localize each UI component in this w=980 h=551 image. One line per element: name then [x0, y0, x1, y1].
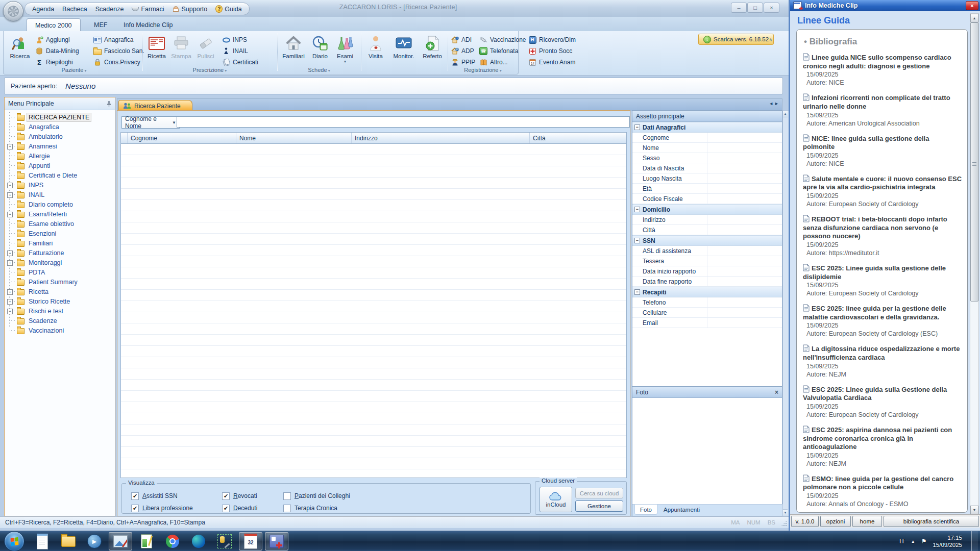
inail-button[interactable]: INAIL [222, 46, 258, 56]
column-header-nome[interactable]: Nome [236, 133, 352, 143]
expand-icon[interactable]: + [7, 309, 13, 314]
tab-foto[interactable]: Foto [634, 505, 657, 515]
assetto-row[interactable]: − Dati Anagrafici [632, 122, 782, 133]
taskbar-medico-clip-app[interactable] [265, 532, 288, 550]
version-button[interactable]: v. 1.0.0 [791, 516, 819, 527]
maximize-button[interactable]: □ [747, 3, 763, 13]
assetto-row[interactable]: − Data inizio rapporto [632, 266, 782, 277]
menu-bacheca[interactable]: Bacheca [62, 6, 87, 13]
tree-item[interactable]: + Esami/Referti [17, 209, 115, 219]
field-value-empty[interactable] [707, 297, 782, 307]
tree-item[interactable]: + Vaccinazioni [17, 325, 115, 335]
pin-icon[interactable] [107, 101, 111, 107]
bibliography-entry[interactable]: ESC 2025: aspirina dannosa nei pazienti … [803, 425, 962, 468]
menu-scadenze[interactable]: Scadenze [95, 6, 124, 13]
expand-icon[interactable]: + [7, 251, 13, 256]
scroll-up-icon[interactable]: ▲ [783, 111, 788, 117]
field-value-empty[interactable] [707, 318, 782, 328]
minimize-button[interactable]: – [731, 3, 747, 13]
assetto-row[interactable]: − Tessera [632, 256, 782, 266]
tab-info-mediche-clip[interactable]: Info Mediche Clip [115, 18, 181, 31]
expand-icon[interactable]: + [7, 260, 13, 266]
bibliography-entry[interactable]: REBOOT trial: i beta-bloccanti dopo infa… [803, 215, 962, 257]
assetto-row[interactable]: − Cognome [632, 133, 782, 143]
menu-supporto[interactable]: Supporto [173, 6, 208, 13]
patient-search-input[interactable] [177, 116, 630, 128]
assetto-row[interactable]: − Età [632, 184, 782, 194]
search-filter-dropdown[interactable]: Cognome e Nome▼ [121, 116, 180, 129]
telefonata-button[interactable]: ☎ Telefonata [479, 46, 526, 56]
tree-item[interactable]: + PDTA [17, 267, 115, 277]
visualizza-checkbox[interactable]: Revocati [222, 490, 269, 502]
collapse-ribbon-button[interactable]: ∧ [766, 35, 776, 44]
tree-item[interactable]: + Ricetta [17, 287, 115, 296]
tray-clock[interactable]: 17:1515/09/2025 [933, 534, 962, 549]
field-value-empty[interactable] [707, 266, 782, 276]
action-center-flag-icon[interactable]: ⚑ [921, 538, 927, 545]
ricetta-button[interactable]: Ricetta [145, 33, 168, 66]
tree-item[interactable]: + Esenzioni [17, 229, 115, 238]
assetto-row[interactable]: − Data fine rapporto [632, 277, 782, 287]
bibliography-entry[interactable]: Infezioni ricorrenti non complicate del … [803, 93, 962, 127]
fascicolo-button[interactable]: Fascicolo San. [93, 46, 144, 56]
field-value-empty[interactable] [707, 215, 782, 224]
column-header-citta[interactable]: Città [530, 133, 626, 143]
field-value-empty[interactable] [707, 246, 782, 256]
clip-scrollbar[interactable]: ▲ ▼ [970, 13, 979, 515]
column-header-cognome[interactable]: Cognome [128, 133, 236, 143]
pronto-soccorso-button[interactable]: Pronto Socc [528, 46, 576, 56]
close-foto-icon[interactable]: × [775, 389, 778, 396]
home-button[interactable]: home [852, 516, 882, 527]
tree-item[interactable]: + INPS [17, 180, 115, 190]
collapse-section-icon[interactable]: − [634, 289, 640, 295]
adi-button[interactable]: i ADI [451, 35, 475, 45]
field-value-empty[interactable] [707, 173, 782, 183]
assetto-row[interactable]: − Codice Fiscale [632, 194, 782, 204]
riepiloghi-button[interactable]: Σ Riepiloghi [35, 57, 79, 67]
field-value-empty[interactable] [707, 184, 782, 193]
scroll-down-icon[interactable]: ▼ [783, 509, 788, 516]
start-button[interactable] [4, 531, 24, 551]
taskbar-admin-tools[interactable] [213, 532, 236, 550]
cerca-su-cloud-button[interactable]: Cerca su cloud [575, 488, 623, 498]
bibliography-entry[interactable]: ESC 2025: linee guida per la gestione de… [803, 304, 962, 338]
field-value-empty[interactable] [707, 256, 782, 266]
tree-item[interactable]: + Rischi e test [17, 306, 115, 316]
vaccinazione-button[interactable]: Vaccinazione [479, 35, 526, 45]
app-logo-button[interactable] [3, 1, 23, 21]
assetto-row[interactable]: − Indirizzo [632, 215, 782, 225]
tree-item[interactable]: + Monitoraggi [17, 258, 115, 267]
tree-item[interactable]: + Ambulatorio [17, 132, 115, 141]
expand-icon[interactable]: + [7, 144, 13, 149]
collapse-section-icon[interactable]: − [634, 238, 640, 243]
field-value-empty[interactable] [707, 133, 782, 142]
adp-button[interactable]: P ADP [451, 46, 475, 56]
diario-button[interactable]: Diario [309, 33, 331, 66]
tree-item[interactable]: + Familiari [17, 238, 115, 248]
taskbar-chrome[interactable] [161, 532, 184, 550]
tree-item[interactable]: + Diario completo [17, 199, 115, 209]
tree-item[interactable]: + Allergie [17, 151, 115, 161]
field-value-empty[interactable] [707, 143, 782, 153]
assetto-row[interactable]: − Telefono [632, 297, 782, 308]
data-mining-button[interactable]: Data-Mining [35, 46, 79, 56]
collapse-section-icon[interactable]: − [634, 124, 640, 130]
tab-medico-2000[interactable]: Medico 2000 [27, 18, 81, 32]
bibliography-entry[interactable]: Linee guida NICE sullo scompenso cardiac… [803, 53, 962, 87]
assetto-row[interactable]: − Data di Nascita [632, 163, 782, 173]
altro-button[interactable]: Altro... [479, 57, 526, 67]
visualizza-checkbox[interactable]: Pazienti dei Colleghi [283, 490, 350, 502]
scroll-up-icon[interactable]: ▲ [970, 14, 978, 22]
expand-icon[interactable]: + [7, 192, 13, 198]
taskbar-notepad[interactable] [31, 532, 54, 550]
bibliography-entry[interactable]: ESC 2025: Linee guida sulla gestione del… [803, 264, 962, 297]
assetto-row[interactable]: − Cellulare [632, 308, 782, 318]
tree-item[interactable]: + Anamnesi [17, 141, 115, 151]
visita-button[interactable]: Visita [364, 33, 387, 66]
field-value-empty[interactable] [707, 163, 782, 173]
esami-button[interactable]: Esami ▾ [333, 33, 357, 66]
assetto-row[interactable]: − SSN [632, 235, 782, 246]
ppip-button[interactable]: PPIP [451, 57, 475, 67]
tray-expand-icon[interactable]: ▲ [911, 539, 915, 544]
field-value-empty[interactable] [707, 194, 782, 204]
